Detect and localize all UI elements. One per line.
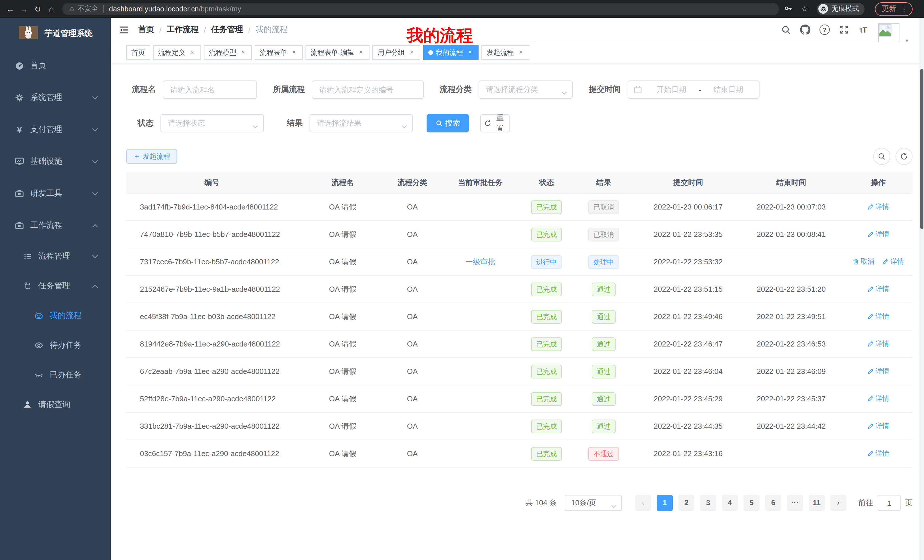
edit-icon bbox=[867, 451, 874, 457]
cancel-action[interactable]: 取消 bbox=[853, 257, 874, 267]
scrollbar-thumb[interactable] bbox=[920, 69, 923, 229]
tab-process-definition[interactable]: 流程定义× bbox=[153, 45, 201, 60]
prev-page-button[interactable]: ‹ bbox=[635, 495, 651, 511]
avatar[interactable] bbox=[878, 23, 900, 42]
tab-close-icon[interactable]: × bbox=[518, 49, 524, 55]
breadcrumb-home[interactable]: 首页 bbox=[138, 24, 154, 35]
table-row: 2152467e-7b9b-11ec-9a1b-acde48001122OA 请… bbox=[126, 276, 913, 303]
sidebar-item-home[interactable]: 首页 bbox=[0, 49, 111, 82]
table-row: 819442e8-7b9a-11ec-a290-acde48001122OA 请… bbox=[126, 330, 913, 358]
sidebar-item-task-mgmt[interactable]: 任务管理 bbox=[0, 271, 111, 301]
current-task-link[interactable]: 一级审批 bbox=[465, 257, 495, 266]
cell-result: 处理中 bbox=[569, 248, 638, 276]
breadcrumb-task-mgmt[interactable]: 任务管理 bbox=[211, 24, 243, 35]
browser-menu-icon[interactable]: ⋮ bbox=[901, 5, 908, 13]
col-result: 结果 bbox=[569, 172, 638, 193]
app-title: 芋道管理系统 bbox=[45, 28, 93, 39]
bookmark-star-icon[interactable]: ☆ bbox=[801, 4, 808, 13]
page-button[interactable]: 2 bbox=[678, 495, 694, 511]
sidebar-item-my-process[interactable]: 我的流程 bbox=[0, 301, 111, 331]
page-more-button[interactable]: ··· bbox=[787, 495, 803, 511]
search-icon[interactable] bbox=[781, 25, 791, 34]
browser-home-icon[interactable]: ⌂ bbox=[46, 4, 57, 13]
tab-close-icon[interactable]: × bbox=[466, 49, 473, 55]
result-select[interactable]: 请选择流结果 bbox=[309, 114, 413, 132]
detail-action[interactable]: 详情 bbox=[867, 312, 889, 321]
tab-close-icon[interactable]: × bbox=[240, 49, 247, 55]
sidebar-item-todo-tasks[interactable]: 待办任务 bbox=[0, 331, 111, 360]
sidebar-item-leave-query[interactable]: 请假查询 bbox=[0, 390, 111, 419]
breadcrumb-workflow[interactable]: 工作流程 bbox=[167, 24, 199, 35]
tab-home[interactable]: 首页 bbox=[126, 45, 150, 60]
cell-submit-time: 2022-01-22 23:51:15 bbox=[638, 276, 738, 303]
page-button[interactable]: 3 bbox=[700, 495, 716, 511]
page-button[interactable]: 5 bbox=[744, 495, 759, 511]
page-button[interactable]: 6 bbox=[765, 495, 781, 511]
page-button[interactable]: 4 bbox=[722, 495, 738, 511]
font-size-icon[interactable]: tT bbox=[858, 25, 868, 34]
cell-submit-time: 2022-01-22 23:53:32 bbox=[638, 248, 738, 276]
robot-face-icon bbox=[34, 311, 44, 320]
table-search-button[interactable] bbox=[873, 148, 890, 165]
page-scrollbar[interactable] bbox=[920, 18, 924, 560]
sidebar-item-devtools[interactable]: 研发工具 bbox=[0, 178, 111, 210]
password-key-icon[interactable] bbox=[784, 4, 793, 14]
sidebar-item-process-mgmt[interactable]: 流程管理 bbox=[0, 241, 111, 271]
process-name-input[interactable] bbox=[163, 81, 257, 99]
page-size-select[interactable]: 10条/页 bbox=[565, 495, 622, 511]
tab-process-model[interactable]: 流程模型× bbox=[204, 45, 252, 60]
tab-close-icon[interactable]: × bbox=[408, 49, 415, 55]
sidebar-item-system[interactable]: 系统管理 bbox=[0, 82, 111, 114]
sidebar-item-infrastructure[interactable]: 基础设施 bbox=[0, 145, 111, 178]
tab-process-form-edit[interactable]: 流程表单-编辑× bbox=[306, 45, 369, 60]
page-button[interactable]: 1 bbox=[657, 495, 673, 511]
chevron-down-icon bbox=[92, 254, 98, 258]
detail-action[interactable]: 详情 bbox=[867, 449, 889, 458]
trash-icon bbox=[853, 259, 859, 265]
tab-close-icon[interactable]: × bbox=[291, 49, 297, 55]
goto-page-input[interactable] bbox=[878, 495, 901, 511]
sidebar-item-done-tasks[interactable]: 已办任务 bbox=[0, 360, 111, 390]
browser-forward-icon[interactable]: → bbox=[19, 4, 29, 13]
detail-action[interactable]: 详情 bbox=[867, 367, 889, 376]
next-page-button[interactable]: › bbox=[830, 495, 846, 511]
process-def-input[interactable] bbox=[312, 81, 424, 99]
create-process-button[interactable]: ＋ 发起流程 bbox=[126, 149, 177, 164]
cell-submit-time: 2022-01-23 00:06:17 bbox=[638, 193, 738, 221]
address-bar[interactable]: ⚠ 不安全 dashboard.yudao.iocoder.cn/bpm/tas… bbox=[62, 3, 779, 15]
detail-action[interactable]: 详情 bbox=[867, 284, 889, 294]
category-select[interactable]: 请选择流程分类 bbox=[478, 81, 573, 99]
fullscreen-icon[interactable] bbox=[839, 25, 849, 34]
edit-icon bbox=[882, 259, 889, 265]
sidebar-item-workflow[interactable]: 工作流程 bbox=[0, 210, 111, 241]
browser-reload-icon[interactable]: ↻ bbox=[33, 4, 43, 13]
status-select[interactable]: 请选择状态 bbox=[160, 114, 264, 132]
tab-close-icon[interactable]: × bbox=[189, 49, 196, 55]
detail-action[interactable]: 详情 bbox=[867, 339, 889, 349]
detail-action[interactable]: 详情 bbox=[867, 202, 889, 212]
github-icon[interactable] bbox=[800, 24, 810, 35]
submit-time-range[interactable]: 开始日期 - 结束日期 bbox=[628, 81, 759, 99]
browser-update-button[interactable]: 更新 ⋮ bbox=[875, 2, 913, 16]
tab-process-form[interactable]: 流程表单× bbox=[255, 45, 303, 60]
cell-process-id: ec45f38f-7b9a-11ec-b03b-acde48001122 bbox=[126, 303, 297, 330]
cell-current-task bbox=[437, 358, 524, 385]
detail-action[interactable]: 详情 bbox=[867, 229, 889, 239]
detail-action[interactable]: 详情 bbox=[867, 394, 889, 404]
detail-action[interactable]: 详情 bbox=[882, 257, 904, 267]
browser-chrome: ← → ↻ ⌂ ⚠ 不安全 dashboard.yudao.iocoder.cn… bbox=[0, 0, 924, 18]
detail-action[interactable]: 详情 bbox=[867, 421, 889, 431]
app-logo[interactable]: 芋道管理系统 bbox=[0, 18, 111, 49]
col-end-time: 结束时间 bbox=[738, 172, 844, 193]
tab-close-icon[interactable]: × bbox=[357, 49, 364, 55]
help-icon[interactable]: ? bbox=[819, 24, 830, 35]
page-button[interactable]: 11 bbox=[808, 495, 825, 511]
sidebar-collapse-icon[interactable] bbox=[119, 25, 129, 34]
browser-back-icon[interactable]: ← bbox=[5, 4, 15, 13]
search-button[interactable]: 搜索 bbox=[427, 114, 469, 132]
reset-button[interactable]: 重置 bbox=[480, 114, 510, 132]
tab-start-process[interactable]: 发起流程× bbox=[482, 45, 530, 60]
table-refresh-button[interactable] bbox=[896, 148, 913, 165]
sidebar-item-payment[interactable]: ¥ 支付管理 bbox=[0, 114, 111, 145]
cell-submit-time: 2022-01-22 23:44:35 bbox=[638, 412, 738, 440]
